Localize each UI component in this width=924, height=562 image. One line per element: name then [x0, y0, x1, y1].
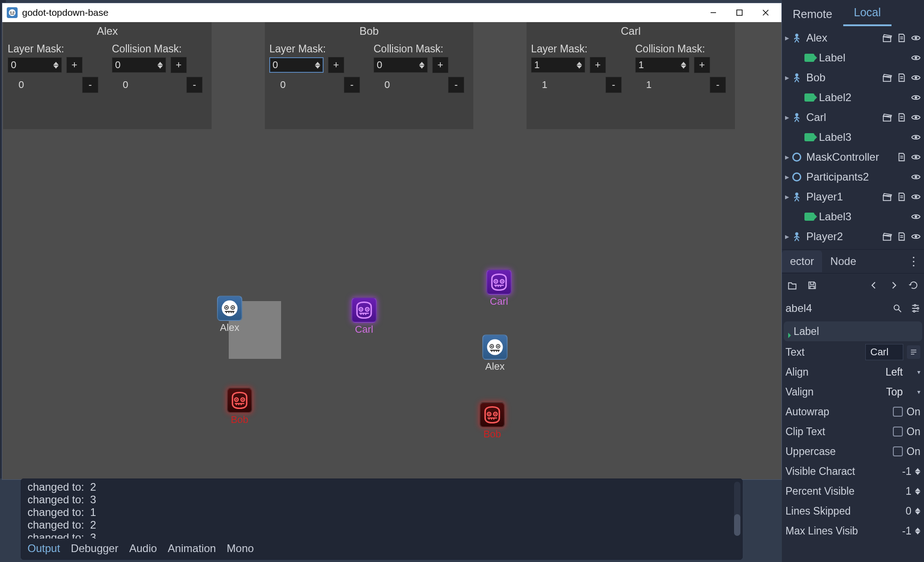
bottom-tab-debugger[interactable]: Debugger — [71, 542, 118, 555]
uppercase-checkbox[interactable] — [893, 446, 903, 456]
tree-node[interactable]: ▸ Player1 — [782, 187, 924, 207]
script-icon[interactable] — [896, 33, 907, 43]
expand-icon[interactable]: ▸ — [784, 192, 790, 202]
tree-node[interactable]: ▸ Alex — [782, 28, 924, 48]
eye-icon[interactable] — [910, 52, 921, 63]
script-icon[interactable] — [896, 112, 907, 123]
spin-up-icon[interactable] — [157, 62, 163, 65]
expand-icon[interactable]: ▸ — [784, 152, 790, 162]
expand-icon[interactable]: ▸ — [784, 112, 790, 122]
script-icon[interactable] — [896, 72, 907, 83]
clapper-icon[interactable] — [882, 33, 892, 43]
spin-up-icon[interactable] — [681, 62, 686, 65]
percent-visible-spinner[interactable] — [915, 488, 920, 495]
eye-icon[interactable] — [910, 152, 921, 163]
tree-node[interactable]: Label2 — [782, 88, 924, 107]
clapper-icon[interactable] — [882, 72, 892, 83]
tab-remote[interactable]: Remote — [782, 3, 843, 26]
collision-mask-input[interactable] — [115, 59, 157, 71]
valign-dropdown[interactable]: Top▾ — [886, 386, 920, 398]
eye-icon[interactable] — [910, 211, 921, 222]
collision-add-button[interactable]: + — [432, 57, 448, 73]
collision-remove-button[interactable]: - — [186, 77, 203, 93]
eye-icon[interactable] — [910, 132, 921, 143]
script-icon[interactable] — [896, 191, 907, 202]
spin-down-icon[interactable] — [419, 65, 425, 69]
tree-node[interactable]: ▸ Carl — [782, 107, 924, 127]
tab-local[interactable]: Local — [843, 1, 892, 26]
tree-node[interactable]: Label — [782, 48, 924, 68]
expand-icon[interactable]: ▸ — [784, 232, 790, 242]
clapper-icon[interactable] — [882, 191, 892, 202]
spin-down-icon[interactable] — [53, 65, 59, 69]
layer-mask-input[interactable] — [273, 59, 315, 71]
save-icon[interactable] — [806, 279, 818, 291]
close-button[interactable] — [753, 4, 779, 22]
sprite-alex[interactable]: Alex — [482, 334, 508, 372]
expand-icon[interactable]: ▸ — [784, 73, 790, 83]
output-console[interactable]: changed to: 2changed to: 3changed to: 1c… — [21, 479, 742, 539]
bottom-tab-mono[interactable]: Mono — [227, 542, 254, 555]
layer-remove-button[interactable]: - — [344, 77, 360, 93]
minimize-button[interactable] — [700, 4, 726, 22]
bottom-tab-audio[interactable]: Audio — [129, 542, 157, 555]
collision-mask-spinbox[interactable] — [112, 57, 166, 73]
script-icon[interactable] — [896, 152, 907, 163]
layer-mask-spinbox[interactable] — [269, 57, 323, 73]
layer-mask-input[interactable] — [534, 59, 577, 71]
layer-mask-spinbox[interactable] — [531, 57, 585, 73]
history-fwd-icon[interactable] — [888, 279, 900, 291]
filter-icon[interactable] — [910, 303, 920, 313]
clapper-icon[interactable] — [882, 112, 892, 123]
tab-node[interactable]: Node — [822, 251, 864, 272]
script-icon[interactable] — [896, 231, 907, 242]
text-input[interactable]: Carl — [865, 344, 903, 360]
tree-node[interactable]: ▸ Player2 — [782, 227, 924, 246]
sprite-alex[interactable]: Alex — [217, 296, 242, 334]
tab-inspector[interactable]: ector — [782, 251, 822, 272]
layer-add-button[interactable]: + — [590, 57, 606, 73]
layer-mask-input[interactable] — [11, 59, 53, 71]
tree-node[interactable]: ▸ MaskController — [782, 147, 924, 167]
collision-mask-input[interactable] — [638, 59, 681, 71]
cliptext-checkbox[interactable] — [893, 427, 903, 437]
history-back-icon[interactable] — [868, 279, 880, 291]
history-icon[interactable] — [908, 279, 919, 291]
tree-node[interactable]: ▸ Bob — [782, 68, 924, 88]
spin-up-icon[interactable] — [577, 62, 582, 65]
spin-down-icon[interactable] — [681, 65, 686, 69]
layer-remove-button[interactable]: - — [605, 77, 622, 93]
collision-mask-spinbox[interactable] — [635, 57, 689, 73]
spin-down-icon[interactable] — [157, 65, 163, 69]
spin-up-icon[interactable] — [315, 62, 320, 65]
layer-add-button[interactable]: + — [66, 57, 83, 73]
spin-down-icon[interactable] — [315, 65, 320, 69]
sprite-carl[interactable]: Carl — [486, 269, 512, 307]
eye-icon[interactable] — [910, 92, 921, 103]
sprite-bob[interactable]: Bob — [480, 402, 505, 440]
layer-mask-spinbox[interactable] — [8, 57, 62, 73]
tree-node[interactable]: ▸ Participants2 — [782, 167, 924, 187]
visible-chars-spinner[interactable] — [915, 468, 920, 475]
inspector-menu-icon[interactable]: ⋮ — [903, 255, 924, 269]
bottom-tab-animation[interactable]: Animation — [168, 542, 216, 555]
eye-icon[interactable] — [910, 172, 921, 182]
eye-icon[interactable] — [910, 231, 921, 242]
collision-add-button[interactable]: + — [694, 57, 710, 73]
layer-add-button[interactable]: + — [328, 57, 344, 73]
console-scrollbar[interactable] — [734, 482, 740, 536]
lines-skipped-spinner[interactable] — [915, 508, 920, 515]
spin-up-icon[interactable] — [53, 62, 59, 65]
expand-text-icon[interactable] — [907, 345, 920, 359]
collision-remove-button[interactable]: - — [448, 77, 464, 93]
layer-remove-button[interactable]: - — [82, 77, 98, 93]
expand-icon[interactable]: ▸ — [784, 33, 790, 43]
clapper-icon[interactable] — [882, 231, 892, 242]
sprite-carl[interactable]: Carl — [351, 297, 377, 335]
eye-icon[interactable] — [910, 191, 921, 202]
spin-up-icon[interactable] — [419, 62, 425, 65]
scene-tree[interactable]: ▸ Alex Label ▸ Bob Label2 ▸ Carl Label3 … — [782, 26, 924, 246]
expand-icon[interactable]: ▸ — [784, 172, 790, 182]
align-dropdown[interactable]: Left▾ — [886, 366, 920, 378]
collision-mask-spinbox[interactable] — [374, 57, 428, 73]
